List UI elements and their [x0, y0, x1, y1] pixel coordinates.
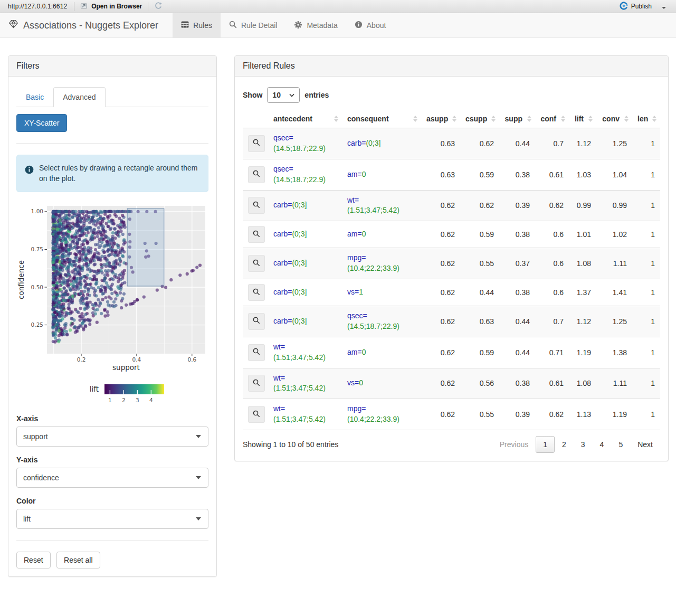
color-select[interactable]: lift: [16, 509, 208, 529]
chevron-down-icon: [289, 93, 294, 97]
antecedent-value: (0;3]: [292, 258, 307, 269]
filtered-rules-title: Filtered Rules: [235, 56, 668, 77]
len-value: 1: [632, 248, 660, 279]
sort-icon: [624, 116, 629, 122]
previous-page-button[interactable]: Previous: [492, 436, 536, 453]
rule-inspect-button[interactable]: [248, 255, 265, 272]
svg-text:2: 2: [122, 397, 126, 403]
chevron-down-icon: [196, 517, 201, 520]
page-button-5[interactable]: 5: [611, 436, 630, 453]
len-value: 1: [632, 190, 660, 221]
consequent-value: (14.5;18.7;22.9): [347, 321, 399, 332]
col-header-antecedent[interactable]: antecedent: [268, 110, 342, 128]
csupp-value: 0.62: [460, 128, 499, 159]
table-row: wt=(1.51;3.47;5.42) am=0 0.62 0.59 0.44 …: [243, 337, 660, 368]
page-button-3[interactable]: 3: [574, 436, 593, 453]
antecedent-value: (1.51;3.47;5.42): [273, 414, 326, 425]
info-alert: Select rules by drawing a rectangle arou…: [16, 155, 208, 192]
rule-inspect-button[interactable]: [248, 313, 265, 330]
csupp-value: 0.62: [460, 190, 499, 221]
page-button-1[interactable]: 1: [536, 436, 555, 453]
rule-inspect-button[interactable]: [248, 406, 265, 423]
asupp-value: 0.62: [421, 368, 460, 399]
supp-value: 0.38: [499, 368, 535, 399]
refresh-button[interactable]: [152, 1, 165, 13]
consequent-value: 0: [362, 347, 366, 358]
antecedent-attr: carb=: [273, 230, 292, 238]
x-axis-select[interactable]: support: [16, 427, 208, 447]
csupp-value: 0.59: [460, 159, 499, 190]
reset-button[interactable]: Reset: [16, 552, 51, 568]
app-title-text: Associations - Nuggets Explorer: [23, 20, 158, 31]
tab-rule-detail[interactable]: Rule Detail: [221, 13, 285, 37]
page-length-select[interactable]: 10: [267, 87, 300, 103]
conv-value: 1.11: [596, 368, 632, 399]
tab-label: About: [367, 21, 386, 30]
publish-menu-button[interactable]: [659, 1, 669, 13]
svg-text:0.6: 0.6: [187, 356, 196, 363]
asupp-value: 0.62: [421, 279, 460, 306]
sort-icon: [413, 116, 417, 122]
col-header-len[interactable]: len: [632, 110, 660, 128]
tab-basic[interactable]: Basic: [16, 87, 53, 107]
table-row: carb=(0;3] vs=1 0.62 0.44 0.38 0.6 1.37 …: [243, 279, 660, 306]
next-page-button[interactable]: Next: [630, 436, 660, 453]
page-button-4[interactable]: 4: [593, 436, 612, 453]
rule-inspect-button[interactable]: [248, 197, 265, 214]
rule-inspect-button[interactable]: [248, 344, 265, 361]
conf-value: 0.6: [535, 279, 569, 306]
col-header-conf[interactable]: conf: [535, 110, 569, 128]
svg-text:0.4: 0.4: [132, 356, 141, 363]
tab-rules[interactable]: Rules: [173, 13, 221, 37]
tab-about[interactable]: About: [346, 13, 395, 37]
svg-text:0.2: 0.2: [77, 356, 86, 363]
pagination: Previous 1 2 3 4 5 Next: [492, 436, 660, 453]
xy-scatter-button[interactable]: XY-Scatter: [16, 114, 67, 132]
consequent-value: 1: [359, 287, 363, 298]
open-in-browser-button[interactable]: Open in Browser: [78, 1, 144, 12]
table-row: wt=(1.51;3.47;5.42) vs=0 0.62 0.56 0.38 …: [243, 368, 660, 399]
consequent-attr: vs=: [347, 288, 359, 296]
rule-inspect-button[interactable]: [248, 375, 265, 392]
col-header-lift[interactable]: lift: [569, 110, 596, 128]
reset-all-button[interactable]: Reset all: [56, 552, 100, 568]
antecedent-value: (1.51;3.47;5.42): [273, 383, 326, 394]
sort-icon: [334, 116, 338, 122]
x-axis-control: X-axis support: [16, 414, 208, 447]
col-header-inspect: [243, 110, 268, 128]
asupp-value: 0.62: [421, 399, 460, 430]
lift-value: 0.99: [569, 190, 596, 221]
rule-inspect-button[interactable]: [248, 226, 265, 243]
conf-value: 0.7: [535, 306, 569, 337]
filters-tabbar: Basic Advanced: [16, 87, 208, 107]
col-header-asupp[interactable]: asupp: [421, 110, 460, 128]
col-header-csupp[interactable]: csupp: [460, 110, 499, 128]
col-header-supp[interactable]: supp: [499, 110, 535, 128]
col-header-conv[interactable]: conv: [596, 110, 632, 128]
magnifier-icon: [253, 379, 260, 388]
tab-advanced[interactable]: Advanced: [53, 87, 105, 107]
rule-inspect-button[interactable]: [248, 284, 265, 301]
len-value: 1: [632, 221, 660, 248]
publish-label: Publish: [631, 3, 652, 10]
entries-label: entries: [304, 91, 329, 99]
conv-value: 1.25: [596, 128, 632, 159]
antecedent-value: (1.51;3.47;5.42): [273, 353, 326, 363]
tab-metadata[interactable]: Metadata: [285, 13, 346, 37]
supp-value: 0.39: [499, 190, 535, 221]
page-button-2[interactable]: 2: [555, 436, 574, 453]
magnifier-icon: [253, 410, 260, 419]
rule-inspect-button[interactable]: [248, 166, 265, 183]
supp-value: 0.38: [499, 279, 535, 306]
antecedent-attr: carb=: [273, 288, 292, 296]
asupp-value: 0.63: [421, 128, 460, 159]
svg-text:confidence: confidence: [17, 260, 25, 299]
rule-inspect-button[interactable]: [248, 135, 265, 152]
magnifier-icon: [253, 230, 260, 239]
scatter-plot[interactable]: 0.20.40.60.250.500.751.00supportconfiden…: [16, 202, 209, 405]
y-axis-select[interactable]: confidence: [16, 468, 208, 488]
publish-button[interactable]: Publish: [616, 1, 655, 12]
col-header-consequent[interactable]: consequent: [342, 110, 421, 128]
antecedent-value: (14.5;18.7;22.9): [273, 175, 326, 185]
len-value: 1: [632, 368, 660, 399]
